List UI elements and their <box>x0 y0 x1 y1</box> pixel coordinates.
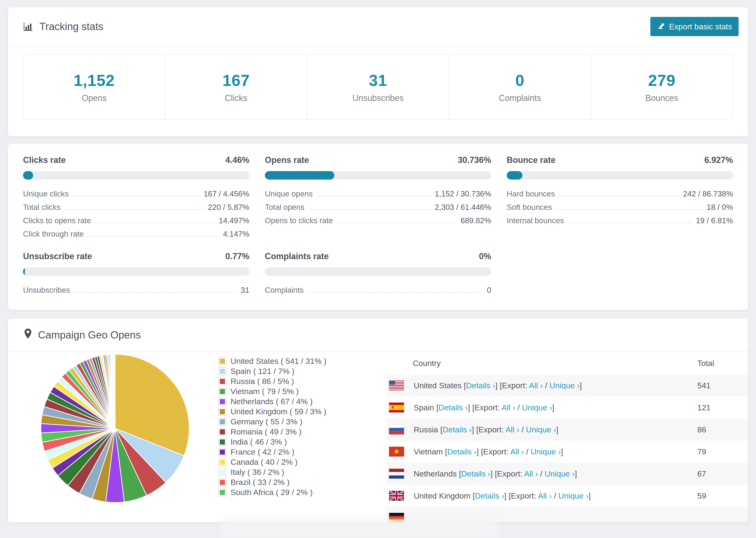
rate-title: Complaints rate <box>265 251 329 261</box>
rate-row-label: Internal bounces <box>507 216 564 225</box>
rate-block: Complaints rate 0% Complaints 0 <box>265 251 491 293</box>
legend-item: Russia ( 86 / 5% ) <box>218 376 380 386</box>
legend-label: United States ( 541 / 31% ) <box>231 356 326 366</box>
rate-title: Bounce rate <box>507 155 556 165</box>
export-unique-link[interactable]: Unique › <box>544 469 575 478</box>
export-unique-link[interactable]: Unique › <box>522 403 552 412</box>
rate-rows: Hard bounces 242 / 86.738% Soft bounces … <box>507 189 733 224</box>
rate-head: Unsubscribe rate 0.77% <box>23 251 249 261</box>
rate-row-value: 18 / 0% <box>707 203 733 212</box>
total-cell: 79 <box>694 447 748 456</box>
stat-label: Bounces <box>645 93 678 103</box>
rate-stat-row: Unique opens 1,152 / 30.736% <box>265 189 491 197</box>
legend-label: Netherlands ( 67 / 4% ) <box>231 397 313 406</box>
country-cell: Russia [Details ›] [Export: All › / Uniq… <box>387 424 694 435</box>
legend-label: Italy ( 36 / 2% ) <box>231 467 284 477</box>
export-all-link[interactable]: All › <box>506 425 519 434</box>
rate-row-value: 14.497% <box>219 216 249 225</box>
legend-swatch <box>218 448 226 456</box>
geo-opens-title: Campaign Geo Opens <box>38 329 141 341</box>
stats-row: 1,152 Opens 167 Clicks 31 Unsubscribes 0… <box>23 54 733 120</box>
country-links: Vietnam [Details ›] [Export: All › / Uni… <box>414 447 563 456</box>
rate-progress-fill <box>23 171 33 180</box>
rate-row-value: 4.147% <box>223 230 249 239</box>
rate-head: Bounce rate 6.927% <box>507 155 733 165</box>
rate-row-value: 242 / 86.738% <box>683 189 733 198</box>
map-pin-icon <box>23 328 33 342</box>
rate-progress-track <box>265 267 491 276</box>
rate-progress-track <box>23 267 249 276</box>
legend-swatch <box>218 458 226 466</box>
rate-row-label: Soft bounces <box>507 203 552 212</box>
details-link[interactable]: Details › <box>447 447 477 456</box>
legend-label: Germany ( 55 / 3% ) <box>231 417 302 426</box>
export-unique-link[interactable]: Unique › <box>531 447 561 456</box>
export-unique-link[interactable]: Unique › <box>558 491 589 500</box>
details-link[interactable]: Details › <box>439 403 468 412</box>
legend-swatch <box>218 418 226 426</box>
export-all-link[interactable]: All › <box>502 403 515 412</box>
export-unique-link[interactable]: Unique › <box>549 381 580 390</box>
country-flag-icon <box>389 424 404 435</box>
rate-row-value: 31 <box>241 286 249 295</box>
export-all-link[interactable]: All › <box>538 491 552 500</box>
rate-row-value: 19 / 6.81% <box>696 216 733 225</box>
stat-box: 0 Complaints <box>449 55 591 119</box>
country-flag-icon <box>389 380 404 391</box>
country-column-header: Country <box>387 359 694 368</box>
total-cell: 67 <box>694 469 748 478</box>
rate-row-label: Complaints <box>265 286 303 295</box>
rate-row-label: Unsubscribes <box>23 286 70 295</box>
country-links: Spain [Details ›] [Export: All › / Uniqu… <box>414 403 554 412</box>
rate-stat-row: Unique clicks 167 / 4.456% <box>23 189 249 197</box>
country-cell: Netherlands [Details ›] [Export: All › /… <box>387 468 694 479</box>
details-link[interactable]: Details › <box>461 469 490 478</box>
legend-label: India ( 46 / 3% ) <box>231 437 287 447</box>
legend-label: Canada ( 40 / 2% ) <box>231 457 297 467</box>
legend-swatch <box>218 377 226 385</box>
geo-legend: United States ( 541 / 31% ) Spain ( 121 … <box>218 352 380 497</box>
country-cell: Spain [Details ›] [Export: All › / Uniqu… <box>387 402 694 413</box>
legend-label: Romania ( 49 / 3% ) <box>231 427 301 436</box>
stat-box: 279 Bounces <box>591 55 732 119</box>
table-row: Russia [Details ›] [Export: All › / Uniq… <box>387 418 748 441</box>
export-basic-stats-button[interactable]: Export basic stats <box>650 17 739 36</box>
rate-row-label: Unique opens <box>265 189 313 198</box>
table-row: Vietnam [Details ›] [Export: All › / Uni… <box>387 441 748 463</box>
geo-table: Country Total United States [Details ›] … <box>387 352 748 522</box>
stat-value: 167 <box>222 71 249 89</box>
stat-label: Complaints <box>499 93 541 103</box>
export-unique-link[interactable]: Unique › <box>526 425 556 434</box>
legend-item: United States ( 541 / 31% ) <box>218 356 380 366</box>
legend-item: Romania ( 49 / 3% ) <box>218 427 380 437</box>
rate-stat-row: Internal bounces 19 / 6.81% <box>507 216 733 224</box>
stat-label: Opens <box>82 93 107 103</box>
rate-stat-row: Clicks to opens rate 14.497% <box>23 216 249 224</box>
details-link[interactable]: Details › <box>466 381 495 390</box>
rate-block: Bounce rate 6.927% Hard bounces 242 / 86… <box>507 155 733 237</box>
campaign-geo-opens-card: Campaign Geo Opens United States ( 541 /… <box>8 318 748 522</box>
rate-row-label: Click through rate <box>23 230 84 239</box>
export-button-label: Export basic stats <box>669 22 732 31</box>
legend-item: Germany ( 55 / 3% ) <box>218 417 380 427</box>
stat-value: 279 <box>648 71 675 89</box>
rate-value: 30.736% <box>458 155 491 165</box>
rate-rows: Unique opens 1,152 / 30.736% Total opens… <box>265 189 491 224</box>
export-all-link[interactable]: All › <box>510 447 524 456</box>
export-all-link[interactable]: All › <box>524 469 538 478</box>
rate-row-value: 220 / 5.87% <box>208 203 249 212</box>
details-link[interactable]: Details › <box>443 425 472 434</box>
dotted-leader <box>64 209 205 210</box>
rate-row-label: Total clicks <box>23 203 61 212</box>
legend-swatch <box>218 428 226 436</box>
table-row: Netherlands [Details ›] [Export: All › /… <box>387 463 748 485</box>
legend-item: France ( 42 / 2% ) <box>218 447 380 457</box>
dotted-leader <box>316 196 432 196</box>
dotted-leader <box>336 223 458 223</box>
details-link[interactable]: Details › <box>475 491 504 500</box>
legend-swatch <box>218 388 226 396</box>
export-all-link[interactable]: All › <box>529 381 543 390</box>
table-row: United States [Details ›] [Export: All ›… <box>387 374 748 397</box>
dotted-leader <box>558 196 680 196</box>
rate-title: Opens rate <box>265 155 309 165</box>
